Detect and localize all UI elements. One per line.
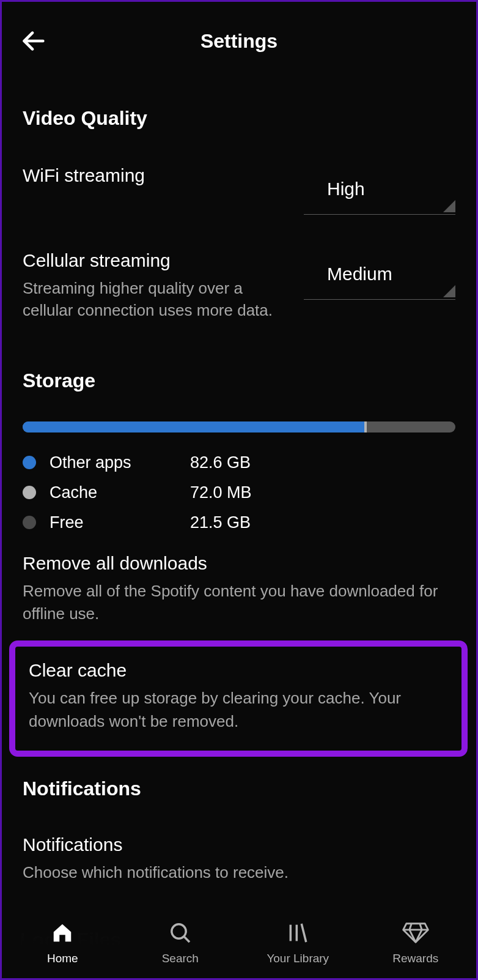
storage-bar-other (23, 421, 364, 432)
legend-free: Free 21.5 GB (23, 513, 455, 532)
nav-home[interactable]: Home (4, 920, 122, 965)
clear-cache-desc: You can free up storage by clearing your… (29, 687, 449, 733)
notifications-button[interactable]: Notifications Choose which notifications… (23, 834, 455, 885)
cellular-streaming-select[interactable]: Medium (304, 264, 455, 300)
dot-icon (23, 486, 36, 499)
legend-other: Other apps 82.6 GB (23, 453, 455, 472)
clear-cache-highlight: Clear cache You can free up storage by c… (9, 640, 468, 756)
storage-bar-cache (364, 421, 367, 432)
remove-downloads-button[interactable]: Remove all downloads Remove all of the S… (23, 553, 455, 626)
legend-cache: Cache 72.0 MB (23, 483, 455, 502)
legend-cache-value: 72.0 MB (190, 483, 252, 502)
notifications-title: Notifications (23, 834, 455, 855)
search-icon (168, 920, 193, 946)
cellular-streaming-label: Cellular streaming (23, 250, 287, 271)
section-video-quality: Video Quality (23, 107, 455, 130)
storage-legend: Other apps 82.6 GB Cache 72.0 MB Free 21… (23, 453, 455, 532)
nav-search-label: Search (162, 952, 199, 965)
bottom-nav: Home Search Your Library Rewards (4, 903, 474, 976)
nav-library[interactable]: Your Library (239, 920, 357, 965)
notifications-desc: Choose which notifications to receive. (23, 861, 455, 885)
cellular-streaming-value: Medium (327, 264, 392, 284)
svg-line-2 (184, 937, 189, 942)
legend-free-label: Free (50, 513, 190, 532)
legend-other-value: 82.6 GB (190, 453, 251, 472)
home-icon (51, 920, 74, 946)
nav-library-label: Your Library (267, 952, 329, 965)
wifi-streaming-value: High (327, 179, 365, 199)
clear-cache-button[interactable]: Clear cache You can free up storage by c… (29, 660, 449, 733)
wifi-streaming-select[interactable]: High (304, 179, 455, 215)
dot-icon (23, 456, 36, 469)
dot-icon (23, 516, 36, 529)
storage-bar (23, 421, 455, 432)
remove-downloads-title: Remove all downloads (23, 553, 455, 574)
library-icon (285, 920, 310, 946)
nav-rewards-label: Rewards (392, 952, 438, 965)
wifi-streaming-label: WiFi streaming (23, 165, 287, 186)
diamond-icon (402, 920, 429, 946)
legend-other-label: Other apps (50, 453, 190, 472)
clear-cache-title: Clear cache (29, 660, 449, 681)
nav-home-label: Home (47, 952, 78, 965)
svg-point-1 (172, 924, 186, 938)
section-notifications: Notifications (23, 778, 455, 800)
wifi-streaming-row: WiFi streaming High (23, 165, 455, 215)
header: Settings (2, 2, 476, 69)
cellular-streaming-row: Cellular streaming Streaming higher qual… (23, 250, 455, 322)
nav-rewards[interactable]: Rewards (357, 920, 475, 965)
legend-cache-label: Cache (50, 483, 190, 502)
legend-free-value: 21.5 GB (190, 513, 251, 532)
nav-search[interactable]: Search (122, 920, 240, 965)
page-title: Settings (17, 30, 461, 53)
remove-downloads-desc: Remove all of the Spotify content you ha… (23, 580, 455, 626)
cellular-streaming-desc: Streaming higher quality over a cellular… (23, 277, 287, 322)
section-storage: Storage (23, 369, 455, 392)
